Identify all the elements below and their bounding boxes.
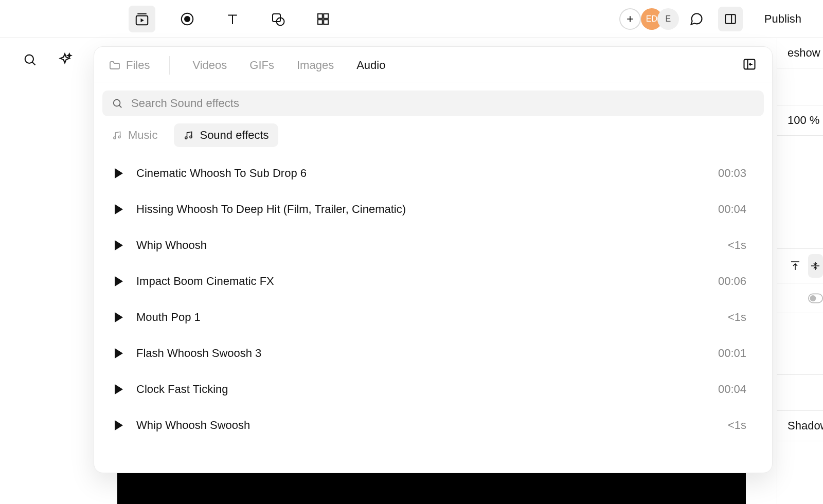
toggle-row[interactable] xyxy=(777,283,823,313)
search-button[interactable] xyxy=(19,48,41,71)
track-row[interactable]: Flash Whoosh Swoosh 300:01 xyxy=(104,335,762,371)
apps-tool-button[interactable] xyxy=(310,6,336,32)
shapes-tool-button[interactable] xyxy=(264,6,291,32)
svg-rect-9 xyxy=(725,14,736,23)
play-icon[interactable] xyxy=(115,240,123,250)
toolbar-right-group: ED E Publish xyxy=(619,7,808,31)
track-title: Clock Fast Ticking xyxy=(136,383,705,396)
play-icon[interactable] xyxy=(115,276,123,286)
play-icon[interactable] xyxy=(115,168,123,178)
pill-label: Music xyxy=(128,129,157,142)
track-row[interactable]: Cinematic Whoosh To Sub Drop 600:03 xyxy=(104,155,762,191)
align-top-button[interactable] xyxy=(788,254,803,278)
tab-videos[interactable]: Videos xyxy=(192,59,227,72)
track-title: Mouth Pop 1 xyxy=(136,311,714,324)
left-rail xyxy=(0,38,82,504)
comments-button[interactable] xyxy=(684,7,709,31)
panel-heading: eshow xyxy=(777,38,823,68)
tab-audio[interactable]: Audio xyxy=(356,59,385,72)
shadow-row[interactable]: Shadow xyxy=(777,411,823,441)
track-duration: 00:03 xyxy=(718,167,757,180)
opacity-value: 100 % xyxy=(788,114,819,127)
track-title: Flash Whoosh Swoosh 3 xyxy=(136,347,705,360)
top-toolbar: ED E Publish xyxy=(0,0,823,38)
shadow-label: Shadow xyxy=(788,419,823,433)
panel-icon xyxy=(724,12,737,26)
popover-tabs: Files Videos GIFs Images Audio xyxy=(94,47,772,82)
track-row[interactable]: Impact Boom Cinematic FX00:06 xyxy=(104,263,762,299)
track-duration: 00:01 xyxy=(718,347,757,360)
toolbar-tools-group xyxy=(129,6,336,32)
align-buttons xyxy=(777,249,823,283)
toggle-panel-button[interactable] xyxy=(718,7,743,31)
text-icon xyxy=(225,11,240,27)
play-icon[interactable] xyxy=(115,384,123,394)
plus-icon xyxy=(625,14,635,24)
svg-rect-7 xyxy=(318,20,323,24)
svg-rect-6 xyxy=(324,14,328,19)
svg-point-10 xyxy=(25,55,33,63)
svg-point-17 xyxy=(118,136,120,138)
track-title: Whip Whoosh Swoosh xyxy=(136,419,714,432)
align-middle-button[interactable] xyxy=(808,254,824,278)
track-duration: <1s xyxy=(728,311,757,324)
play-icon[interactable] xyxy=(115,348,123,358)
tab-label: Files xyxy=(126,59,150,72)
svg-point-16 xyxy=(114,137,116,139)
track-duration: 00:04 xyxy=(718,383,757,396)
track-row[interactable]: Hissing Whoosh To Deep Hit (Film, Traile… xyxy=(104,191,762,227)
opacity-row[interactable]: 100 % xyxy=(777,105,823,136)
folder-icon xyxy=(109,59,121,71)
play-icon[interactable] xyxy=(115,420,123,430)
track-row[interactable]: Clock Fast Ticking00:04 xyxy=(104,371,762,407)
track-title: Cinematic Whoosh To Sub Drop 6 xyxy=(136,167,705,180)
category-music[interactable]: Music xyxy=(102,123,167,147)
track-row[interactable]: Mouth Pop 1<1s xyxy=(104,299,762,335)
media-tool-button[interactable] xyxy=(129,6,155,32)
media-icon xyxy=(134,11,150,27)
tab-gifs[interactable]: GIFs xyxy=(249,59,274,72)
properties-panel: eshow 100 % Shadow xyxy=(777,38,823,504)
toggle-icon xyxy=(808,293,823,304)
music-icon xyxy=(112,130,122,140)
avatar[interactable]: E xyxy=(657,8,679,30)
collapse-left-icon xyxy=(742,57,757,71)
tab-images[interactable]: Images xyxy=(297,59,334,72)
track-title: Hissing Whoosh To Deep Hit (Film, Traile… xyxy=(136,203,705,216)
tab-files[interactable]: Files xyxy=(109,59,150,72)
svg-rect-8 xyxy=(324,20,328,24)
media-popover: Files Videos GIFs Images Audio M xyxy=(94,46,773,473)
search-input[interactable] xyxy=(131,97,755,110)
publish-button[interactable]: Publish xyxy=(758,8,808,30)
svg-point-19 xyxy=(190,136,192,138)
sparkle-icon xyxy=(57,52,73,67)
text-tool-button[interactable] xyxy=(219,6,246,32)
pill-label: Sound effects xyxy=(200,129,269,142)
search-bar[interactable] xyxy=(102,91,764,116)
ai-button[interactable] xyxy=(53,48,76,71)
svg-point-2 xyxy=(185,16,190,22)
audio-category-tabs: Music Sound effects xyxy=(94,120,772,153)
align-top-icon xyxy=(789,260,801,272)
collaborator-avatars: ED E xyxy=(646,8,679,30)
track-duration: <1s xyxy=(728,419,757,432)
track-row[interactable]: Whip Whoosh Swoosh<1s xyxy=(104,407,762,443)
collapse-panel-button[interactable] xyxy=(741,56,758,73)
comment-icon xyxy=(689,12,704,26)
track-title: Impact Boom Cinematic FX xyxy=(136,275,705,288)
align-middle-icon xyxy=(809,260,821,272)
track-row[interactable]: Whip Whoosh<1s xyxy=(104,227,762,263)
record-tool-button[interactable] xyxy=(174,6,201,32)
tracks-list: Cinematic Whoosh To Sub Drop 600:03Hissi… xyxy=(94,153,772,473)
track-duration: 00:04 xyxy=(718,203,757,216)
play-icon[interactable] xyxy=(115,312,123,322)
category-sound-effects[interactable]: Sound effects xyxy=(174,123,278,147)
music-icon xyxy=(183,130,193,140)
play-icon[interactable] xyxy=(115,204,123,214)
track-title: Whip Whoosh xyxy=(136,239,714,252)
svg-point-18 xyxy=(185,137,187,139)
record-icon xyxy=(180,11,195,27)
invite-button[interactable] xyxy=(619,8,641,30)
svg-point-12 xyxy=(810,295,816,301)
track-duration: 00:06 xyxy=(718,275,757,288)
